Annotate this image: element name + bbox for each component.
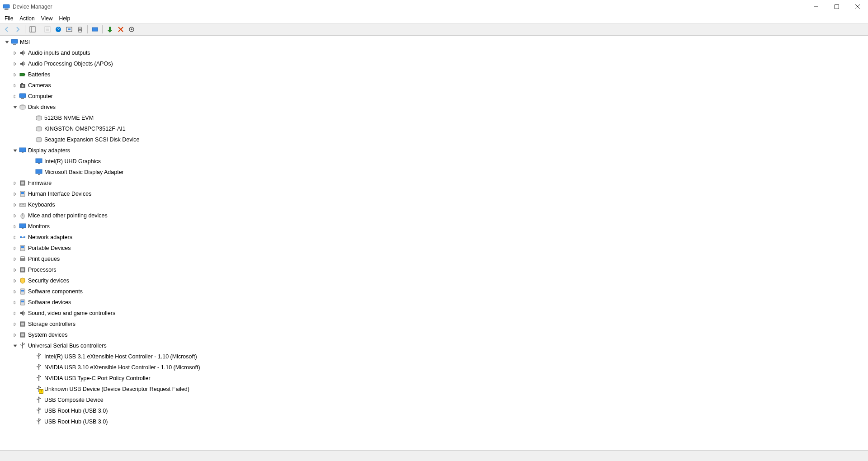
- tree-node[interactable]: Human Interface Devices: [2, 188, 866, 199]
- maximize-button[interactable]: [826, 0, 847, 14]
- svg-point-84: [37, 377, 38, 378]
- tree-node[interactable]: Display adapters: [2, 145, 866, 156]
- tree-node[interactable]: Software devices: [2, 297, 866, 308]
- toolbar-refresh-button[interactable]: [64, 24, 74, 34]
- device-manager-icon: [3, 3, 10, 10]
- close-button[interactable]: [847, 0, 868, 14]
- disk-icon: [35, 125, 42, 132]
- toolbar-back-button[interactable]: [2, 24, 12, 34]
- chevron-right-icon[interactable]: [12, 234, 18, 240]
- tree-node[interactable]: Microsoft Basic Display Adapter: [2, 167, 866, 178]
- tree-node[interactable]: Universal Serial Bus controllers: [2, 340, 866, 351]
- tree-node[interactable]: Disk drives: [2, 102, 866, 113]
- menu-help[interactable]: Help: [57, 14, 73, 23]
- chevron-right-icon[interactable]: [12, 50, 18, 56]
- chevron-right-icon[interactable]: [12, 310, 18, 316]
- tree-node[interactable]: Computer: [2, 91, 866, 102]
- chevron-right-icon[interactable]: [12, 223, 18, 230]
- chevron-right-icon[interactable]: [12, 278, 18, 284]
- chevron-right-icon[interactable]: [12, 321, 18, 327]
- tree-node[interactable]: USB Root Hub (USB 3.0): [2, 405, 866, 416]
- tree-node[interactable]: 512GB NVME EVM: [2, 113, 866, 123]
- tree-node-label: 512GB NVME EVM: [44, 114, 95, 122]
- tree-node[interactable]: Sound, video and game controllers: [2, 308, 866, 319]
- tree-root-node[interactable]: MSI: [2, 37, 866, 47]
- chevron-right-icon[interactable]: [12, 267, 18, 273]
- tree-node[interactable]: Audio Processing Objects (APOs): [2, 58, 866, 69]
- svg-point-77: [38, 353, 40, 355]
- usb-icon: [35, 396, 42, 404]
- toolbar-separator: [25, 25, 25, 33]
- computer-icon: [19, 93, 26, 100]
- chevron-right-icon: [28, 419, 34, 425]
- tree-node[interactable]: Intel(R) USB 3.1 eXtensible Host Control…: [2, 351, 866, 362]
- chevron-right-icon[interactable]: [12, 202, 18, 208]
- tree-node[interactable]: KINGSTON OM8PCP3512F-AI1: [2, 123, 866, 134]
- tree-node-label: USB Root Hub (USB 3.0): [44, 418, 109, 426]
- tree-node[interactable]: NVIDIA USB 3.10 eXtensible Host Controll…: [2, 362, 866, 373]
- tree-node[interactable]: Software components: [2, 286, 866, 297]
- toolbar-forward-button[interactable]: [13, 24, 23, 34]
- tree-node[interactable]: Audio inputs and outputs: [2, 47, 866, 58]
- toolbar-enable-button[interactable]: [90, 24, 100, 34]
- menu-file[interactable]: File: [2, 14, 16, 23]
- tree-node[interactable]: Cameras: [2, 80, 866, 91]
- chevron-right-icon: [28, 169, 34, 175]
- tree-node[interactable]: Network adapters: [2, 232, 866, 243]
- toolbar-update-button[interactable]: [105, 24, 115, 34]
- tree-node[interactable]: Storage controllers: [2, 319, 866, 329]
- toolbar-scan-button[interactable]: [127, 24, 137, 34]
- chevron-right-icon[interactable]: [12, 245, 18, 251]
- tree-node-label: Seagate Expansion SCSI Disk Device: [44, 136, 142, 144]
- tree-node[interactable]: Firmware: [2, 178, 866, 188]
- chevron-right-icon[interactable]: [12, 82, 18, 89]
- chevron-right-icon[interactable]: [12, 61, 18, 67]
- chevron-down-icon[interactable]: [12, 343, 18, 349]
- menu-action[interactable]: Action: [17, 14, 37, 23]
- toolbar-properties-button[interactable]: [42, 24, 52, 34]
- chevron-right-icon[interactable]: [12, 288, 18, 295]
- svg-rect-27: [13, 44, 16, 45]
- chevron-right-icon[interactable]: [12, 332, 18, 338]
- tree-node[interactable]: Batteries: [2, 69, 866, 80]
- tree-node[interactable]: Security devices: [2, 275, 866, 286]
- toolbar-showhide-button[interactable]: [28, 24, 38, 34]
- tree-node[interactable]: NVIDIA USB Type-C Port Policy Controller: [2, 373, 866, 384]
- toolbar-uninstall-button[interactable]: [116, 24, 126, 34]
- chevron-right-icon[interactable]: [12, 299, 18, 306]
- tree-node[interactable]: Intel(R) UHD Graphics: [2, 156, 866, 167]
- device-tree[interactable]: MSIAudio inputs and outputsAudio Process…: [0, 35, 868, 450]
- svg-point-74: [22, 343, 24, 344]
- chevron-down-icon[interactable]: [12, 147, 18, 154]
- chevron-right-icon[interactable]: [12, 256, 18, 262]
- tree-node[interactable]: Mice and other pointing devices: [2, 210, 866, 221]
- tree-node[interactable]: System devices: [2, 329, 866, 340]
- chevron-down-icon[interactable]: [4, 39, 10, 45]
- chevron-right-icon[interactable]: [12, 212, 18, 219]
- hid-icon: [19, 190, 26, 198]
- toolbar-help-button[interactable]: ?: [53, 24, 63, 34]
- tree-node[interactable]: Monitors: [2, 221, 866, 232]
- tree-node[interactable]: Seagate Expansion SCSI Disk Device: [2, 134, 866, 145]
- svg-rect-71: [21, 323, 24, 325]
- chevron-right-icon[interactable]: [12, 191, 18, 197]
- chevron-right-icon[interactable]: [12, 93, 18, 99]
- toolbar-print-button[interactable]: [75, 24, 85, 34]
- minimize-button[interactable]: [806, 0, 826, 14]
- chevron-right-icon[interactable]: [12, 71, 18, 78]
- menu-view[interactable]: View: [38, 14, 56, 23]
- chevron-down-icon[interactable]: [12, 104, 18, 110]
- tree-node[interactable]: Portable Devices: [2, 243, 866, 254]
- tree-node-label: NVIDIA USB 3.10 eXtensible Host Controll…: [44, 363, 202, 372]
- tree-node[interactable]: USB Root Hub (USB 3.0): [2, 416, 866, 427]
- tree-node[interactable]: Print queues: [2, 254, 866, 264]
- chevron-right-icon[interactable]: [12, 180, 18, 186]
- tree-node[interactable]: USB Composite Device: [2, 395, 866, 405]
- tree-node[interactable]: Processors: [2, 264, 866, 275]
- titlebar: Device Manager: [0, 0, 868, 14]
- tree-node[interactable]: Unknown USB Device (Device Descriptor Re…: [2, 384, 866, 395]
- svg-rect-42: [38, 163, 40, 164]
- tree-node[interactable]: Keyboards: [2, 199, 866, 210]
- svg-rect-7: [30, 27, 35, 32]
- svg-rect-39: [19, 148, 26, 152]
